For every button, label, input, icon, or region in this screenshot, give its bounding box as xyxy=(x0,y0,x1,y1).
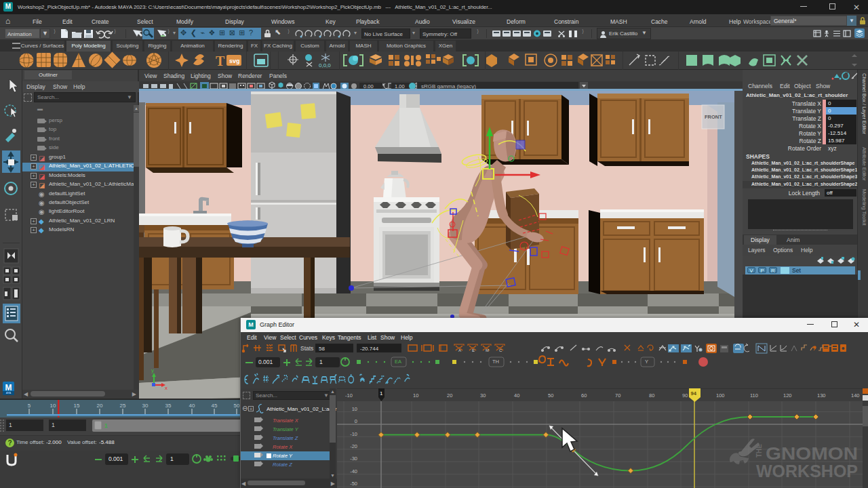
svg-text:A: A xyxy=(458,348,461,352)
svg-text:10: 10 xyxy=(413,392,418,399)
svg-text:60: 60 xyxy=(581,392,587,399)
svg-text:35: 35 xyxy=(165,403,172,409)
svg-text:FRONT: FRONT xyxy=(705,114,722,120)
svg-text:THE: THE xyxy=(755,444,763,458)
svg-text:110: 110 xyxy=(750,392,758,399)
svg-text:80: 80 xyxy=(649,392,654,399)
svg-text:30: 30 xyxy=(480,392,486,399)
svg-text:T: T xyxy=(216,54,225,68)
svg-text:20: 20 xyxy=(97,403,103,409)
svg-text:TH: TH xyxy=(492,359,499,365)
svg-text:0.001: 0.001 xyxy=(258,359,273,365)
svg-text:25: 25 xyxy=(120,403,126,409)
svg-text:50: 50 xyxy=(548,392,553,399)
svg-text:EA: EA xyxy=(395,359,401,365)
svg-text:0,0,0: 0,0,0 xyxy=(319,62,331,68)
svg-text:90: 90 xyxy=(682,392,688,399)
svg-text:E: E xyxy=(472,348,475,352)
svg-text:94: 94 xyxy=(691,390,697,396)
svg-text:Stats: Stats xyxy=(300,345,313,352)
svg-text:-40: -40 xyxy=(350,468,357,474)
svg-text:y: y xyxy=(151,367,154,373)
svg-text:svg: svg xyxy=(229,58,240,64)
svg-text:30: 30 xyxy=(142,403,149,409)
svg-text:Y: Y xyxy=(645,359,648,365)
svg-text:10: 10 xyxy=(352,406,357,412)
svg-text:100: 100 xyxy=(716,392,725,399)
svg-text:40: 40 xyxy=(189,403,195,409)
svg-text:-50: -50 xyxy=(350,481,357,487)
svg-text:C: C xyxy=(499,348,502,352)
svg-text:1: 1 xyxy=(170,455,174,462)
svg-text:5: 5 xyxy=(28,403,31,409)
svg-text:1: 1 xyxy=(380,390,383,396)
svg-text:1: 1 xyxy=(319,359,323,365)
svg-text:0.001: 0.001 xyxy=(108,455,123,462)
svg-text:-10: -10 xyxy=(350,431,357,437)
svg-text:10: 10 xyxy=(50,403,56,409)
svg-text:-30: -30 xyxy=(350,455,357,462)
svg-text:20: 20 xyxy=(447,392,452,399)
svg-text:-20: -20 xyxy=(350,443,357,449)
svg-text:45: 45 xyxy=(212,403,218,409)
svg-text:0: 0 xyxy=(355,418,357,424)
svg-text:x: x xyxy=(165,385,167,391)
svg-text:50: 50 xyxy=(234,403,240,409)
svg-text:58: 58 xyxy=(319,346,325,352)
svg-text:120: 120 xyxy=(783,392,792,399)
svg-text:-20.744: -20.744 xyxy=(360,346,379,352)
svg-text:140: 140 xyxy=(851,392,860,399)
svg-text:-10: -10 xyxy=(345,392,353,399)
svg-text:M: M xyxy=(486,348,489,352)
svg-text:15: 15 xyxy=(74,403,80,409)
svg-text:70: 70 xyxy=(615,392,620,399)
svg-text:40: 40 xyxy=(514,392,519,399)
svg-text:130: 130 xyxy=(817,392,826,399)
svg-text:WORKSHOP: WORKSHOP xyxy=(756,461,858,481)
